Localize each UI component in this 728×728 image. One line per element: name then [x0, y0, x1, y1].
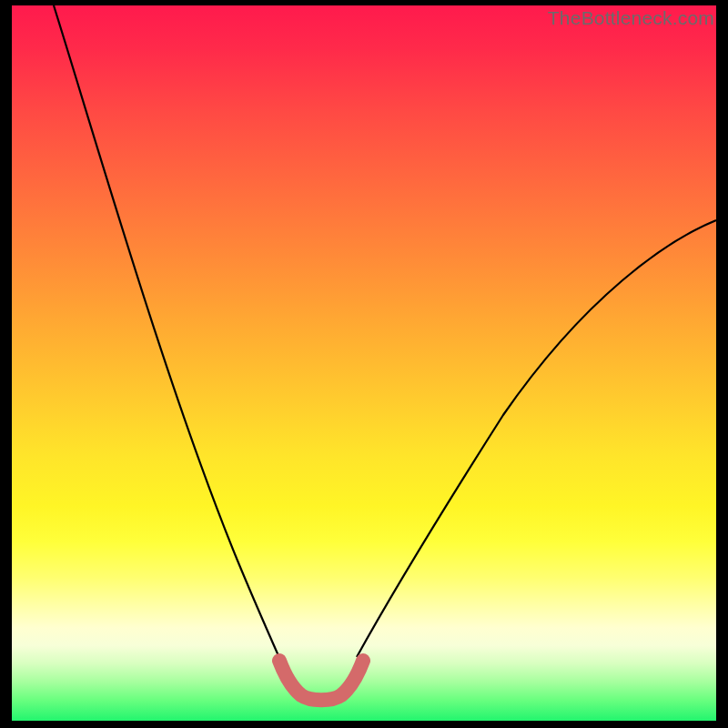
left-curve	[54, 5, 287, 674]
right-curve	[357, 220, 716, 657]
curve-layer	[12, 5, 716, 721]
valley-curve	[279, 661, 363, 700]
watermark-text: TheBottleneck.com	[548, 7, 714, 29]
chart-root: TheBottleneck.com	[0, 0, 728, 728]
plot-area	[12, 5, 716, 721]
